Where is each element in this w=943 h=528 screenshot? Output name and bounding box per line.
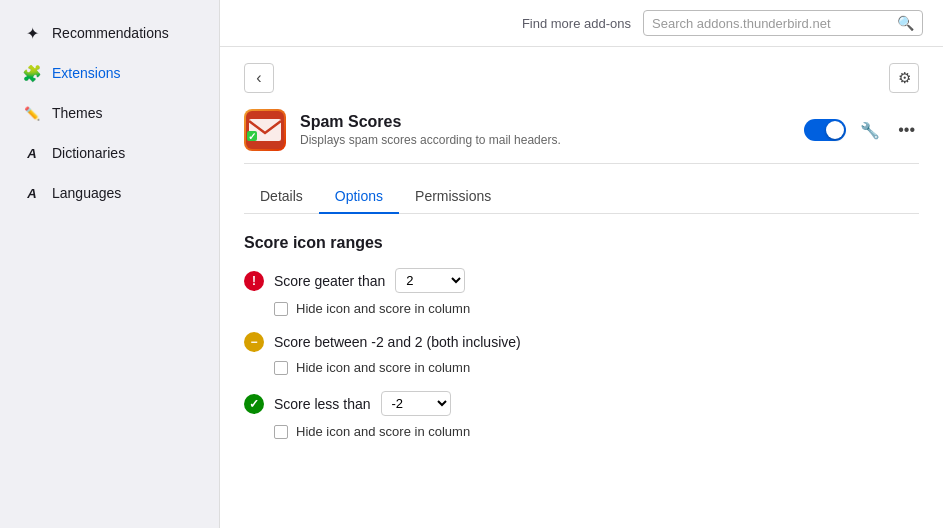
sidebar-item-themes[interactable]: ✏️ Themes — [6, 94, 213, 132]
sidebar-item-extensions[interactable]: 🧩 Extensions — [6, 54, 213, 92]
extension-description: Displays spam scores according to mail h… — [300, 133, 561, 147]
tab-options[interactable]: Options — [319, 180, 399, 214]
red-dot-icon: ! — [252, 274, 256, 288]
sidebar-item-label: Recommendations — [52, 25, 169, 41]
sidebar-item-dictionaries[interactable]: A Dictionaries — [6, 134, 213, 172]
hide-score-label-green: Hide icon and score in column — [296, 424, 470, 439]
enable-toggle[interactable] — [804, 119, 846, 141]
more-options-button[interactable]: ••• — [894, 117, 919, 143]
section-title: Score icon ranges — [244, 234, 919, 252]
tab-details[interactable]: Details — [244, 180, 319, 214]
sidebar-item-label: Dictionaries — [52, 145, 125, 161]
extension-controls: 🔧 ••• — [804, 117, 919, 144]
yellow-dot-icon: − — [250, 335, 257, 349]
score-checkbox-row-green: Hide icon and score in column — [244, 424, 919, 439]
extensions-icon: 🧩 — [22, 63, 42, 83]
score-dot-green: ✓ — [244, 394, 264, 414]
extension-info: ✓ Spam Scores Displays spam scores accor… — [244, 109, 561, 151]
extension-header: ✓ Spam Scores Displays spam scores accor… — [244, 109, 919, 164]
score-label-green: Score less than — [274, 396, 371, 412]
search-box: 🔍 — [643, 10, 923, 36]
content-area: ‹ ⚙ ✓ Spam Scores Displays spam scores — [220, 47, 943, 528]
sidebar-item-label: Languages — [52, 185, 121, 201]
gear-button[interactable]: ⚙ — [889, 63, 919, 93]
topbar: Find more add-ons 🔍 — [220, 0, 943, 47]
main-content: Find more add-ons 🔍 ‹ ⚙ ✓ — [220, 0, 943, 528]
extension-title-block: Spam Scores Displays spam scores accordi… — [300, 113, 561, 147]
themes-icon: ✏️ — [22, 103, 42, 123]
back-button[interactable]: ‹ — [244, 63, 274, 93]
hide-score-checkbox-red[interactable] — [274, 302, 288, 316]
wrench-button[interactable]: 🔧 — [856, 117, 884, 144]
hide-score-checkbox-green[interactable] — [274, 425, 288, 439]
score-label-yellow: Score between -2 and 2 (both inclusive) — [274, 334, 521, 350]
hide-score-label-red: Hide icon and score in column — [296, 301, 470, 316]
score-checkbox-row-red: Hide icon and score in column — [244, 301, 919, 316]
hide-score-label-yellow: Hide icon and score in column — [296, 360, 470, 375]
score-dot-yellow: − — [244, 332, 264, 352]
search-icon[interactable]: 🔍 — [897, 15, 914, 31]
sidebar-item-label: Themes — [52, 105, 103, 121]
tab-permissions[interactable]: Permissions — [399, 180, 507, 214]
dictionaries-icon: A — [22, 143, 42, 163]
green-dot-icon: ✓ — [249, 397, 259, 411]
sidebar: ✦ Recommendations 🧩 Extensions ✏️ Themes… — [0, 0, 220, 528]
hide-score-checkbox-yellow[interactable] — [274, 361, 288, 375]
score-main-red: ! Score geater than 2 3 4 5 — [244, 268, 919, 293]
score-row-green: ✓ Score less than -2 -3 -4 -5 Hide icon … — [244, 391, 919, 439]
score-main-green: ✓ Score less than -2 -3 -4 -5 — [244, 391, 919, 416]
score-checkbox-row-yellow: Hide icon and score in column — [244, 360, 919, 375]
sidebar-item-label: Extensions — [52, 65, 120, 81]
extension-title: Spam Scores — [300, 113, 561, 131]
score-label-red: Score geater than — [274, 273, 385, 289]
sidebar-item-recommendations[interactable]: ✦ Recommendations — [6, 14, 213, 52]
svg-text:✓: ✓ — [248, 131, 256, 142]
score-select-green[interactable]: -2 -3 -4 -5 — [381, 391, 451, 416]
score-row-red: ! Score geater than 2 3 4 5 Hide icon an… — [244, 268, 919, 316]
score-dot-red: ! — [244, 271, 264, 291]
find-more-label: Find more add-ons — [522, 16, 631, 31]
options-panel: Score icon ranges ! Score geater than 2 … — [244, 234, 919, 439]
tabs: Details Options Permissions — [244, 180, 919, 214]
nav-row: ‹ ⚙ — [244, 63, 919, 93]
sidebar-item-languages[interactable]: A Languages — [6, 174, 213, 212]
search-input[interactable] — [652, 16, 891, 31]
extension-icon: ✓ — [244, 109, 286, 151]
recommendations-icon: ✦ — [22, 23, 42, 43]
score-main-yellow: − Score between -2 and 2 (both inclusive… — [244, 332, 919, 352]
score-select-red[interactable]: 2 3 4 5 — [395, 268, 465, 293]
languages-icon: A — [22, 183, 42, 203]
score-row-yellow: − Score between -2 and 2 (both inclusive… — [244, 332, 919, 375]
